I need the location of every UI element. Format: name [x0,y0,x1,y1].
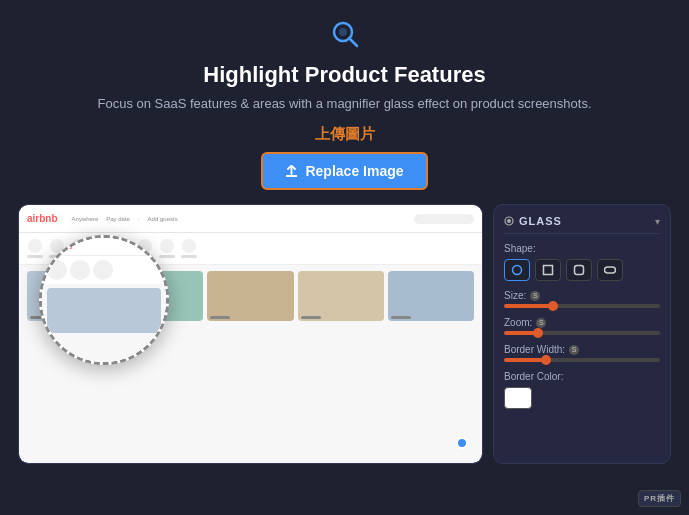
preview-panel: airbnb Anywhere Pay date · Add guests [18,204,483,464]
panel-title: GLASS [504,215,562,227]
zoom-slider[interactable] [504,331,660,335]
main-content: airbnb Anywhere Pay date · Add guests [0,204,689,464]
airbnb-card [388,271,474,321]
airbnb-card [207,271,293,321]
upload-label: 上傳圖片 [20,125,669,144]
airbnb-logo: airbnb [27,213,58,224]
airbnb-search-bar [414,214,474,224]
svg-point-2 [339,28,347,36]
size-slider-row: Size: S [504,290,660,308]
settings-panel: GLASS ▾ Shape: [493,204,671,464]
size-slider[interactable] [504,304,660,308]
border-color-swatch[interactable] [504,387,532,409]
zoom-info-icon[interactable]: S [536,318,546,328]
svg-rect-7 [575,266,584,275]
magnifier-circle: airbnb [39,235,169,365]
airbnb-nav: Anywhere Pay date · Add guests [72,216,178,222]
panel-collapse-icon[interactable]: ▾ [655,216,660,227]
page-subtitle: Focus on SaaS features & areas with a ma… [20,96,669,111]
size-label: Size: S [504,290,660,301]
shape-square-button[interactable] [535,259,561,281]
replace-image-button[interactable]: Replace Image [261,152,427,190]
airbnb-icon-item [27,239,43,258]
border-width-label: Border Width: S [504,344,660,355]
zoom-slider-row: Zoom: S [504,317,660,335]
shape-rounded-button[interactable] [566,259,592,281]
shape-section: Shape: [504,243,660,281]
top-section: Highlight Product Features Focus on SaaS… [0,0,689,204]
shape-pill-button[interactable] [597,259,623,281]
border-color-label: Border Color: [504,371,660,382]
svg-point-5 [513,266,522,275]
border-width-info-icon[interactable]: S [569,345,579,355]
svg-rect-8 [605,267,616,273]
airbnb-header: airbnb Anywhere Pay date · Add guests [19,205,482,233]
shape-options [504,259,660,281]
panel-header: GLASS ▾ [504,215,660,234]
shape-circle-button[interactable] [504,259,530,281]
border-width-slider[interactable] [504,358,660,362]
zoom-label: Zoom: S [504,317,660,328]
magnifier-top-icon [20,18,669,54]
airbnb-card [298,271,384,321]
svg-point-4 [507,219,511,223]
pr-badge: PR插件 [638,490,681,507]
svg-line-1 [349,38,357,46]
replace-image-label: Replace Image [305,163,403,179]
magnifier-handle-dot[interactable] [456,437,468,449]
magnifier-inner: airbnb [42,238,166,362]
border-color-section: Border Color: [504,371,660,409]
svg-rect-6 [544,266,553,275]
shape-label: Shape: [504,243,660,254]
page-title: Highlight Product Features [20,62,669,88]
border-width-slider-row: Border Width: S [504,344,660,362]
airbnb-icon-item [181,239,197,258]
size-info-icon[interactable]: S [530,291,540,301]
